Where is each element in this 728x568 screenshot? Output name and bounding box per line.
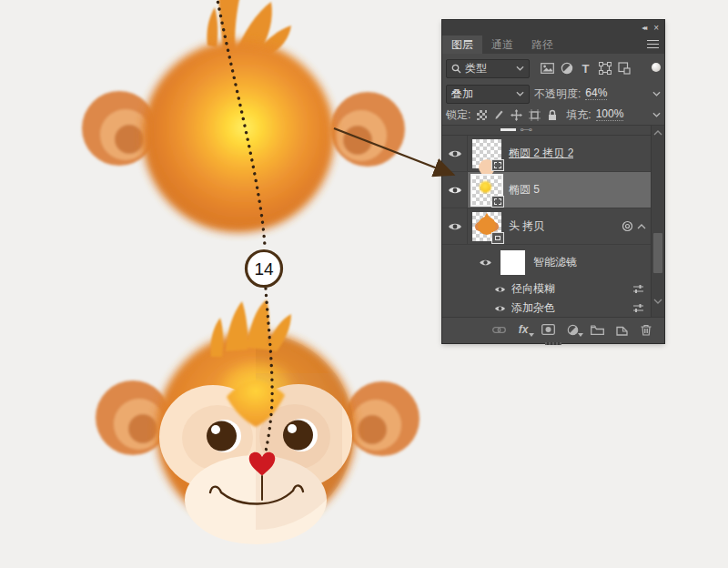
layer-thumbnail[interactable] <box>472 212 501 241</box>
layer-filter-row: 类型 T <box>442 54 664 83</box>
filter-blend-options-icon[interactable] <box>632 284 644 294</box>
blend-mode-value: 叠加 <box>451 86 473 102</box>
adjustment-layer-filter-icon[interactable] <box>559 61 574 76</box>
scrollbar[interactable] <box>651 126 664 317</box>
layer-name[interactable]: 椭圆 2 拷贝 2 <box>509 146 573 161</box>
lock-all-icon[interactable] <box>547 109 558 121</box>
eye-icon[interactable] <box>494 286 506 293</box>
add-layer-mask-icon[interactable] <box>541 322 555 337</box>
panel-tabs: 图层 通道 路径 <box>442 36 664 54</box>
smart-filters-label: 智能滤镜 <box>533 255 577 270</box>
scroll-up-icon[interactable] <box>653 130 662 136</box>
canvas: ◂◂ × 图层 通道 路径 类型 <box>0 0 728 568</box>
filter-toggle-icon[interactable] <box>652 63 661 75</box>
chevron-down-icon <box>516 66 524 71</box>
chevron-down-icon[interactable] <box>652 91 661 96</box>
monkey-face-illustration <box>96 299 420 546</box>
new-layer-icon[interactable] <box>614 322 629 337</box>
layers-panel: ◂◂ × 图层 通道 路径 类型 <box>442 20 664 343</box>
lock-buttons <box>477 109 558 121</box>
furry-ball-illustration <box>82 0 405 233</box>
visibility-cell[interactable] <box>442 172 468 208</box>
smart-object-badge-icon <box>491 232 504 244</box>
blend-row: 叠加 不透明度: 64% <box>442 83 664 105</box>
fill-label: 填充: <box>566 107 591 123</box>
new-group-icon[interactable] <box>590 322 604 337</box>
scrollbar-thumb[interactable] <box>653 233 662 273</box>
lock-artboard-icon[interactable] <box>529 109 541 121</box>
opacity-label: 不透明度: <box>534 86 581 102</box>
collapse-panel-icon[interactable]: ◂◂ <box>642 25 645 32</box>
tab-channels[interactable]: 通道 <box>482 36 522 54</box>
filter-mask-thumbnail[interactable] <box>500 250 525 275</box>
layer-thumbnail[interactable] <box>472 176 501 205</box>
chevron-down-icon <box>516 91 524 96</box>
link-layers-icon[interactable] <box>491 322 506 337</box>
layer-row-ellipse-2-copy-2[interactable]: 椭圆 2 拷贝 2 <box>442 136 664 172</box>
smart-filter-indicator-icon[interactable] <box>622 220 633 232</box>
tab-paths[interactable]: 路径 <box>522 36 562 54</box>
lock-position-icon[interactable] <box>511 109 522 121</box>
filter-type-label: 类型 <box>465 61 487 76</box>
shape-layer-filter-icon[interactable] <box>597 61 612 76</box>
layer-name[interactable]: 椭圆 5 <box>509 182 540 198</box>
panel-menu-icon[interactable] <box>647 40 659 49</box>
lock-pixels-brush-icon[interactable] <box>493 109 504 120</box>
lock-transparency-icon[interactable] <box>477 110 487 120</box>
partial-layer-row[interactable]: o—o <box>442 126 664 136</box>
delete-layer-icon[interactable] <box>639 322 653 337</box>
panel-titlebar: ◂◂ × <box>442 20 664 36</box>
layer-list: o—o 椭圆 2 拷贝 2 <box>442 126 664 317</box>
smart-filters-row[interactable]: 智能滤镜 <box>442 245 664 279</box>
search-icon <box>451 64 461 74</box>
filter-blend-options-icon[interactable] <box>632 303 644 313</box>
shape-layer-badge-icon <box>491 196 504 208</box>
panel-footer-toolbar: fx <box>442 317 664 341</box>
new-adjustment-layer-icon[interactable] <box>565 322 580 337</box>
layer-row-ellipse-5[interactable]: 椭圆 5 <box>442 172 664 208</box>
blend-mode-dropdown[interactable]: 叠加 <box>446 85 530 104</box>
filter-item-radial-blur[interactable]: 径向模糊 <box>442 279 664 299</box>
visibility-cell[interactable] <box>442 136 468 171</box>
type-layer-filter-icon[interactable]: T <box>578 61 593 76</box>
eye-icon[interactable] <box>494 305 506 312</box>
eye-icon <box>448 149 462 158</box>
smart-object-filter-icon[interactable] <box>616 61 632 76</box>
filter-item-add-noise[interactable]: 添加杂色 <box>442 299 664 318</box>
eye-icon[interactable] <box>479 259 492 267</box>
layer-row-head-copy[interactable]: 头 拷贝 <box>442 208 664 245</box>
shape-layer-badge-icon <box>491 159 504 171</box>
lock-label: 锁定: <box>446 107 470 123</box>
layer-thumbnail[interactable] <box>472 139 501 168</box>
eye-icon <box>448 186 462 195</box>
filter-name[interactable]: 添加杂色 <box>511 300 555 316</box>
pixel-layer-filter-icon[interactable] <box>540 61 555 76</box>
panel-resize-grip[interactable] <box>442 341 664 346</box>
tab-layers[interactable]: 图层 <box>442 36 482 54</box>
filter-name[interactable]: 径向模糊 <box>511 281 555 297</box>
layer-name[interactable]: 头 拷贝 <box>509 218 544 234</box>
visibility-cell[interactable] <box>442 208 468 244</box>
opacity-value[interactable]: 64% <box>585 87 607 100</box>
scroll-down-icon[interactable] <box>653 299 662 304</box>
filter-type-dropdown[interactable]: 类型 <box>446 59 530 78</box>
filter-kind-buttons: T <box>540 61 632 76</box>
lock-row: 锁定: 填充: 100% <box>442 105 664 126</box>
fill-value[interactable]: 100% <box>596 108 624 121</box>
chevron-up-icon[interactable] <box>637 224 646 229</box>
close-panel-icon[interactable]: × <box>653 24 659 33</box>
eye-icon <box>448 222 462 231</box>
chevron-down-icon[interactable] <box>652 112 661 117</box>
layer-effects-icon[interactable]: fx <box>516 322 531 337</box>
